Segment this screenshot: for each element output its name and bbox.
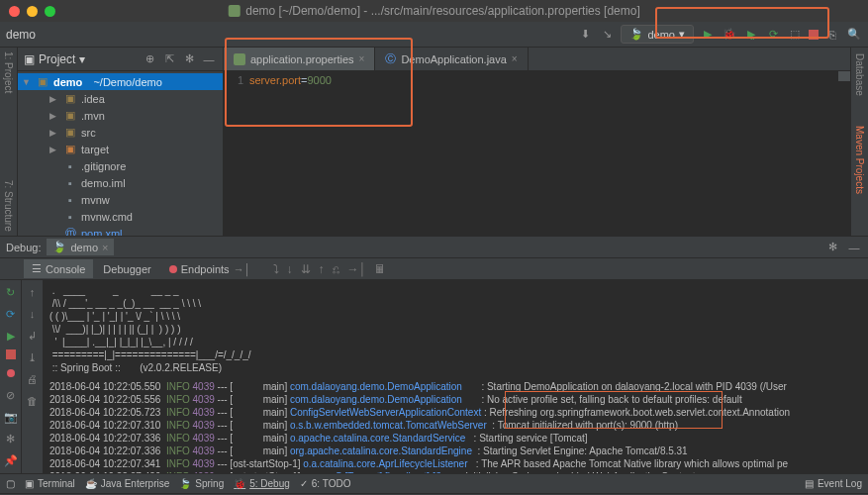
project-panel: ▣ Project ▾ ⊕ ⇱ ✻ — ▼▣ demo ~/Demo/demo … [18,48,224,236]
bottom-tool-stripe: ▢ ▣ Terminal ☕ Java Enterprise 🍃 Spring … [0,473,868,493]
editor-tab-application-properties[interactable]: application.properties× [224,48,375,70]
breadcrumb[interactable]: demo [6,28,36,42]
tree-item-demo-iml[interactable]: ▪demo.iml [18,174,223,191]
debug-hide-icon[interactable]: — [846,240,862,255]
editor-body[interactable]: 1 server.port=9000 [224,71,850,236]
log-line: 2018-06-04 10:22:07.341 INFO 4039 --- [o… [49,457,862,470]
hide-icon[interactable]: — [201,51,217,67]
editor-tab-demoapplication-java[interactable]: ⒸDemoApplication.java× [375,48,528,70]
console-tab[interactable]: ☰ Console [24,259,93,278]
window-title: demo [~/Demo/demo] - .../src/main/resour… [245,4,640,18]
coverage-button[interactable]: ▶̤ [743,27,759,43]
drop-frame-icon[interactable]: ⎌ [333,262,339,276]
editor-scrollbar[interactable] [838,71,850,81]
debug-tab[interactable]: 🐞 5: Debug [234,478,290,489]
debug-settings-icon[interactable]: ✻ [824,240,840,255]
tree-item--mvn[interactable]: ▶▣.mvn [18,107,223,124]
debug-tool-window: Debug: 🍃 demo × ✻ — ☰ Console Debugger E… [0,236,868,473]
scroll-end-icon[interactable]: ⤓ [25,349,41,365]
tree-item--idea[interactable]: ▶▣.idea [18,90,223,107]
window-minimize-button[interactable] [27,6,38,17]
todo-tab[interactable]: ✓ 6: TODO [300,478,351,489]
up-stack-icon[interactable]: ↑ [25,284,41,300]
close-icon[interactable]: × [102,242,108,253]
stop-button[interactable] [809,30,819,40]
tree-item-mvnw[interactable]: ▪mvnw [18,191,223,208]
log-line: 2018-06-04 10:22:05.556 INFO 4039 --- [ … [49,393,862,406]
log-line: 2018-06-04 10:22:07.310 INFO 4039 --- [ … [49,419,862,432]
maven-tool-button[interactable]: Maven Projects [854,126,865,194]
nav-icon[interactable]: ↘ [599,27,615,43]
properties-file-icon [228,5,240,17]
tree-item-target[interactable]: ▶▣target [18,141,223,157]
spring-boot-version: :: Spring Boot :: (v2.0.2.RELEASE) [49,361,862,374]
soft-wrap-icon[interactable]: ↲ [25,328,41,344]
run-configuration-dropdown[interactable]: 🍃 demo ▾ [621,25,694,44]
locate-icon[interactable]: ⊕ [142,51,157,67]
debug-config-tab[interactable]: 🍃 demo × [47,239,114,255]
build-icon[interactable]: ⬇ [577,27,593,43]
editor: application.properties×ⒸDemoApplication.… [224,48,850,236]
event-log-tab[interactable]: ▤ Event Log [805,478,862,489]
log-line: 2018-06-04 10:22:05.723 INFO 4039 --- [ … [49,406,862,419]
structure-tool-button[interactable]: 7: Structure [3,180,14,232]
left-tool-stripe: 1: Project 7: Structure [0,48,18,236]
database-tool-button[interactable]: Database [854,53,865,96]
collapse-icon[interactable]: ⇱ [161,51,177,67]
mute-breakpoints-icon[interactable]: ⊘ [3,387,19,403]
spring-tab[interactable]: 🍃 Spring [179,478,224,489]
stop-debug-button[interactable] [6,349,16,359]
view-breakpoints-icon[interactable] [3,365,19,381]
breakpoint-dot-icon [169,265,177,273]
down-stack-icon[interactable]: ↓ [25,306,41,322]
rerun-button[interactable]: ↻ [3,284,19,300]
line-number: 1 [224,71,249,236]
force-step-into-icon[interactable]: ⇊ [301,262,311,276]
spring-leaf-icon: 🍃 [52,241,66,253]
profile-button[interactable]: ⟳ [765,27,781,43]
log-line: 2018-06-04 10:22:07.426 INFO 4039 --- [o… [49,470,862,473]
pin-icon[interactable]: 📌 [3,452,19,468]
tree-item-mvnw-cmd[interactable]: ▪mvnw.cmd [18,208,223,225]
attach-button[interactable]: ⬚ [787,27,803,43]
update-button[interactable]: ⟳ [3,306,19,322]
vcs-icon[interactable]: ⎘ [824,27,840,43]
evaluate-icon[interactable]: 🖩 [374,262,386,276]
bottom-hide-icon[interactable]: ▢ [6,478,15,489]
console-output[interactable]: . ____ _ __ _ _ /\\ / ___'_ __ _ _(_)_ _… [44,280,868,473]
window-close-button[interactable] [9,6,20,17]
settings-icon[interactable]: ✻ [3,431,19,446]
tree-item--gitignore[interactable]: ▪.gitignore [18,157,223,174]
step-out-icon[interactable]: ↑ [319,262,325,276]
clear-icon[interactable]: 🗑 [25,393,41,409]
print-icon[interactable]: 🖨 [25,371,41,387]
log-line: 2018-06-04 10:22:07.336 INFO 4039 --- [ … [49,445,862,457]
debug-left-toolbar: ↻ ⟳ ▶ ⊘ 📷 ✻ 📌 [0,280,22,473]
terminal-tab[interactable]: ▣ Terminal [25,478,75,489]
project-view-dropdown[interactable]: ▣ Project ▾ [24,52,85,66]
close-icon[interactable]: × [512,53,518,64]
gear-icon[interactable]: ✻ [181,51,197,67]
step-into-icon[interactable]: ↓ [287,262,293,276]
debugger-tab[interactable]: Debugger [95,260,158,278]
run-button[interactable]: ▶ [700,27,716,43]
resume-button[interactable]: ▶ [3,328,19,344]
java-ee-tab[interactable]: ☕ Java Enterprise [85,478,169,489]
close-icon[interactable]: × [359,53,365,64]
project-tool-button[interactable]: 1: Project [3,51,14,93]
tree-item-src[interactable]: ▶▣src [18,124,223,141]
debug-title: Debug: [6,242,41,253]
debug-button[interactable]: 🐞 [722,27,737,43]
endpoints-tab[interactable]: Endpoints →│ [161,260,259,278]
titlebar: demo [~/Demo/demo] - .../src/main/resour… [0,0,868,22]
spring-banner: . ____ _ __ _ _ /\\ / ___'_ __ _ _(_)_ _… [49,284,862,361]
code-line[interactable]: server.port=9000 [249,71,332,236]
run-to-cursor-icon[interactable]: →│ [347,262,367,276]
tree-item-pom-xml[interactable]: ⓜpom.xml [18,225,223,236]
project-tree[interactable]: ▼▣ demo ~/Demo/demo ▶▣.idea▶▣.mvn▶▣src▶▣… [18,71,223,236]
step-over-icon[interactable]: ⤵ [273,262,279,276]
dump-threads-icon[interactable]: 📷 [3,409,19,425]
window-zoom-button[interactable] [45,6,55,17]
tree-root[interactable]: ▼▣ demo ~/Demo/demo [18,73,223,90]
search-icon[interactable]: 🔍 [846,27,862,43]
